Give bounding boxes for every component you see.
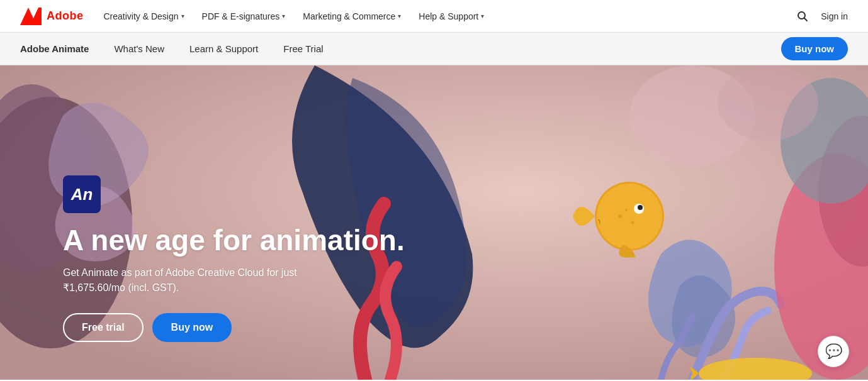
svg-point-20 [718, 65, 818, 141]
search-button[interactable] [797, 11, 808, 22]
subnav-link-learn-support[interactable]: Learn & Support [189, 43, 258, 54]
subnav-buy-now-button[interactable]: Buy now [781, 37, 848, 60]
hero-headline: A new age for animation. [63, 224, 405, 257]
subnav-link-free-trial[interactable]: Free Trial [283, 43, 323, 54]
nav-link-marketing[interactable]: Marketing & Commerce ▾ [303, 11, 401, 21]
svg-rect-2 [33, 19, 38, 21]
top-navigation: Adobe Creativity & Design ▾ PDF & E-sign… [0, 0, 868, 33]
svg-point-9 [597, 184, 662, 249]
svg-line-4 [804, 18, 808, 21]
nav-item-marketing[interactable]: Marketing & Commerce ▾ [303, 11, 401, 21]
sub-navigation: Adobe Animate What's New Learn & Support… [0, 33, 868, 65]
chat-icon: 💬 [825, 343, 842, 360]
chevron-down-icon: ▾ [481, 13, 484, 19]
subnav-link-whats-new[interactable]: What's New [114, 43, 164, 54]
sign-in-link[interactable]: Sign in [821, 11, 848, 21]
chevron-down-icon: ▾ [181, 13, 184, 19]
search-icon [797, 11, 808, 22]
animate-app-logo: An [63, 175, 101, 213]
subnav-item-free-trial[interactable]: Free Trial [283, 43, 323, 55]
subnav-item-learn-support[interactable]: Learn & Support [189, 43, 258, 55]
product-name-label: Adobe Animate [20, 43, 89, 54]
adobe-icon [20, 8, 42, 25]
svg-point-11 [638, 205, 643, 210]
subnav-item-whats-new[interactable]: What's New [114, 43, 164, 55]
nav-item-creativity[interactable]: Creativity & Design ▾ [104, 11, 184, 21]
hero-subtext: Get Animate as part of Adobe Creative Cl… [63, 265, 405, 295]
nav-label-creativity: Creativity & Design [104, 11, 179, 21]
top-nav-links: Creativity & Design ▾ PDF & E-signatures… [104, 11, 485, 21]
svg-point-12 [618, 214, 622, 218]
animate-logo-text: An [71, 185, 93, 204]
chevron-down-icon: ▾ [282, 13, 285, 19]
hero-section: An A new age for animation. Get Animate … [0, 65, 868, 380]
svg-point-13 [631, 221, 634, 224]
nav-label-marketing: Marketing & Commerce [303, 11, 395, 21]
nav-label-pdf: PDF & E-signatures [202, 11, 280, 21]
hero-content: An A new age for animation. Get Animate … [63, 175, 405, 342]
adobe-brand-name: Adobe [47, 9, 84, 23]
nav-link-creativity[interactable]: Creativity & Design ▾ [104, 11, 184, 21]
svg-point-14 [625, 209, 628, 211]
top-nav-right: Sign in [797, 11, 848, 22]
adobe-logo-link[interactable]: Adobe [20, 8, 84, 25]
nav-item-help[interactable]: Help & Support ▾ [419, 11, 484, 21]
sub-nav-links: What's New Learn & Support Free Trial [114, 43, 755, 55]
top-nav-left: Adobe Creativity & Design ▾ PDF & E-sign… [20, 8, 484, 25]
nav-item-pdf[interactable]: PDF & E-signatures ▾ [202, 11, 286, 21]
product-name-link[interactable]: Adobe Animate [20, 43, 89, 54]
nav-link-pdf[interactable]: PDF & E-signatures ▾ [202, 11, 286, 21]
hero-buy-now-button[interactable]: Buy now [152, 313, 232, 342]
nav-label-help: Help & Support [419, 11, 478, 21]
nav-link-help[interactable]: Help & Support ▾ [419, 11, 484, 21]
hero-buttons: Free trial Buy now [63, 313, 405, 342]
chat-widget[interactable]: 💬 [818, 336, 849, 367]
free-trial-button[interactable]: Free trial [63, 313, 144, 342]
chevron-down-icon: ▾ [398, 13, 401, 19]
